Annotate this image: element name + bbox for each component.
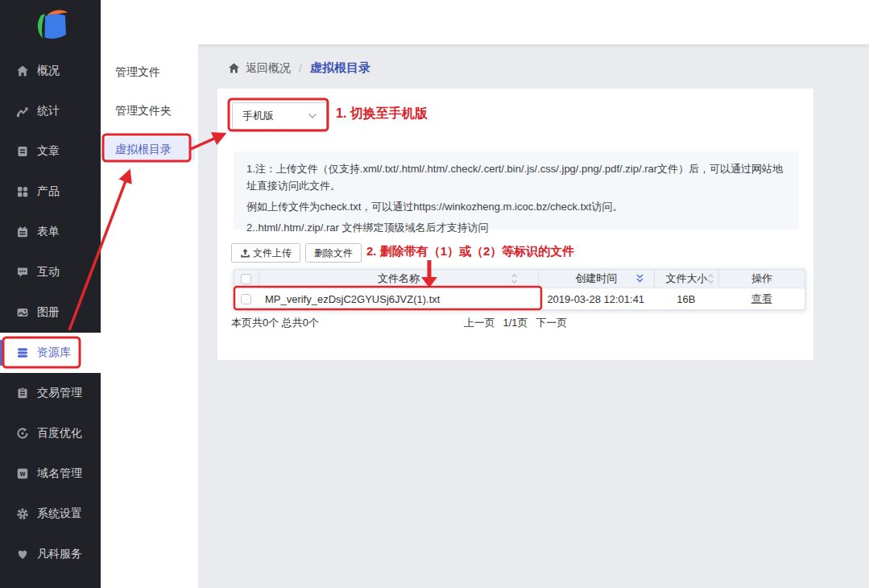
column-header-file-name[interactable]: 文件名称 — [378, 271, 420, 286]
subnav-item-manage-folders[interactable]: 管理文件夹 — [101, 91, 198, 130]
article-icon — [16, 145, 29, 158]
pagination-bar: 本页共0个 总共0个 上一页 1/1页 下一页 — [217, 313, 813, 329]
sidebar-item-resources[interactable]: 资源库 — [0, 333, 101, 373]
breadcrumb: 返回概况 / 虚拟根目录 — [199, 44, 869, 76]
row-checkbox[interactable] — [241, 294, 251, 304]
svg-text:w: w — [19, 470, 26, 478]
file-size-cell: 16B — [654, 288, 719, 309]
sidebar-item-products[interactable]: 产品 — [0, 172, 101, 212]
file-table: 文件名称 创建时间 文件大小 操作 MP_verify_ezDsjC2GYUSj… — [234, 269, 805, 310]
primary-sidebar: 概况 统计 文章 产品 表单 互动 图册 资源库 — [0, 0, 101, 588]
upload-icon — [240, 248, 250, 259]
top-header-bar — [101, 0, 869, 44]
note-line: 1.注：上传文件（仅支持.xml/.txt/.html/.htm/.check/… — [246, 160, 786, 194]
sidebar-item-forms[interactable]: 表单 — [0, 212, 101, 252]
note-line: 例如上传文件为check.txt，可以通过https://winkozheng.… — [246, 198, 786, 215]
upload-button-label: 文件上传 — [253, 246, 292, 260]
main-area: 返回概况 / 虚拟根目录 手机版 1.注：上传文件（仅支持.xml/.txt/.… — [199, 44, 869, 588]
site-version-select[interactable]: 手机版 — [232, 102, 327, 130]
sidebar-item-services[interactable]: 凡科服务 — [0, 534, 101, 574]
subnav-item-manage-files[interactable]: 管理文件 — [101, 52, 198, 91]
subnav-item-virtual-root[interactable]: 虚拟根目录 — [101, 130, 198, 168]
sort-icon[interactable] — [510, 274, 519, 284]
sidebar-item-domain[interactable]: w 域名管理 — [0, 453, 101, 494]
products-icon — [16, 185, 29, 198]
home-icon — [16, 64, 29, 77]
sidebar-item-interaction[interactable]: 互动 — [0, 252, 101, 292]
file-toolbar: 文件上传 删除文件 — [231, 243, 362, 263]
sidebar-item-gallery[interactable]: 图册 — [0, 292, 101, 333]
select-all-checkbox[interactable] — [241, 274, 251, 284]
trade-icon — [16, 387, 29, 400]
upload-file-button[interactable]: 文件上传 — [231, 243, 300, 263]
chat-icon — [16, 266, 29, 279]
gallery-icon — [16, 306, 29, 319]
next-page-link[interactable]: 下一页 — [536, 317, 567, 329]
sidebar-item-overview[interactable]: 概况 — [0, 51, 101, 91]
sort-desc-active-icon[interactable] — [635, 274, 644, 284]
sidebar-item-baidu-seo[interactable]: 百度优化 — [0, 413, 101, 453]
created-time-cell: 2019-03-28 12:01:41 — [538, 288, 654, 309]
database-icon — [16, 346, 29, 359]
chevron-down-icon — [308, 114, 317, 118]
page-summary: 本页共0个 总共0个 — [231, 316, 319, 330]
prev-page-link[interactable]: 上一页 — [464, 317, 495, 329]
note-line: 2..html/.htm/.zip/.rar 文件绑定顶级域名后才支持访问 — [246, 219, 786, 236]
breadcrumb-current: 虚拟根目录 — [310, 60, 370, 76]
sidebar-item-settings[interactable]: 系统设置 — [0, 494, 101, 534]
table-row: MP_verify_ezDsjC2GYUSj6JVZ(1).txt 2019-0… — [234, 288, 805, 309]
domain-icon: w — [16, 467, 29, 480]
content-card: 手机版 1.注：上传文件（仅支持.xml/.txt/.html/.htm/.ch… — [217, 89, 813, 360]
column-header-created[interactable]: 创建时间 — [575, 271, 617, 286]
site-version-value: 手机版 — [242, 109, 274, 123]
brand-logo[interactable] — [0, 0, 101, 44]
primary-nav: 概况 统计 文章 产品 表单 互动 图册 资源库 — [0, 44, 101, 574]
column-header-action: 操作 — [751, 271, 772, 286]
form-icon — [16, 226, 29, 238]
delete-file-button[interactable]: 删除文件 — [305, 243, 362, 263]
secondary-sidebar: 管理文件 管理文件夹 虚拟根目录 — [101, 44, 199, 588]
breadcrumb-separator: / — [299, 62, 302, 75]
column-header-size[interactable]: 文件大小 — [665, 271, 707, 286]
file-name-cell: MP_verify_ezDsjC2GYUSj6JVZ(1).txt — [259, 288, 538, 309]
sidebar-item-trade[interactable]: 交易管理 — [0, 373, 101, 413]
sidebar-item-stats[interactable]: 统计 — [0, 91, 101, 131]
heart-icon — [16, 548, 29, 561]
breadcrumb-back-link[interactable]: 返回概况 — [246, 61, 291, 76]
view-file-link[interactable]: 查看 — [751, 292, 772, 306]
gear-icon — [16, 507, 29, 520]
stats-icon — [16, 105, 29, 118]
seo-icon — [16, 427, 29, 440]
home-icon[interactable] — [228, 62, 240, 74]
page-indicator: 1/1页 — [503, 317, 528, 329]
table-header-row: 文件名称 创建时间 文件大小 操作 — [234, 270, 805, 288]
sort-icon[interactable] — [706, 274, 715, 284]
upload-notes: 1.注：上传文件（仅支持.xml/.txt/.html/.htm/.check/… — [234, 151, 799, 230]
sidebar-item-articles[interactable]: 文章 — [0, 131, 101, 172]
